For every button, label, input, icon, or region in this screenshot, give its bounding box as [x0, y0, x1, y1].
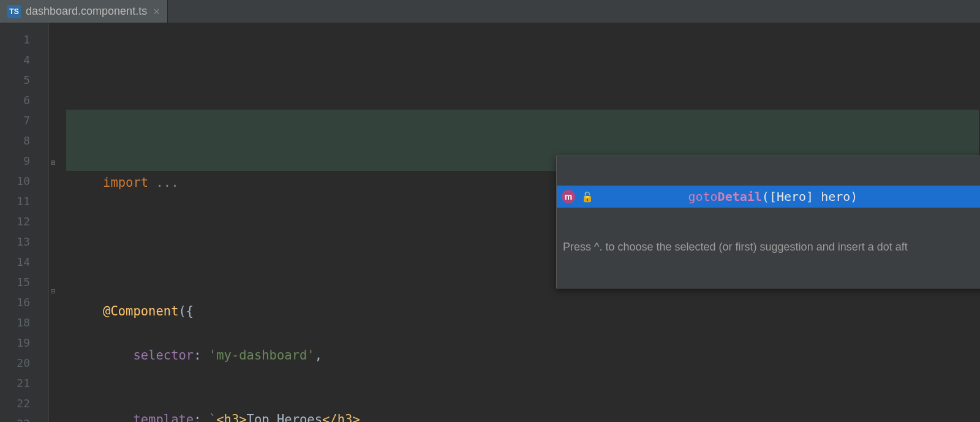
completion-signature: gotoDetail([Hero] hero) — [614, 175, 858, 219]
paren: ({ — [179, 304, 194, 318]
completion-hint: Press ^. to choose the selected (or firs… — [557, 237, 980, 258]
sig-bold: Detail — [718, 189, 762, 204]
html-tag: <h3> — [216, 412, 246, 422]
line-number: 4 — [0, 50, 48, 70]
line-number: 6 — [0, 90, 48, 110]
code-editor[interactable]: 1 4 5 6 7 8 9 10 11 12 13 14 15 16 18 19… — [0, 23, 980, 422]
line-number-gutter: 1 4 5 6 7 8 9 10 11 12 13 14 15 16 18 19… — [0, 23, 49, 422]
code-line[interactable]: template: `<h3>Top Heroes</h3> — [49, 390, 980, 410]
prop-template: template — [133, 412, 194, 422]
fold-icon[interactable]: ⊞ — [49, 153, 58, 173]
html-text: Top Heroes — [247, 412, 322, 422]
line-number: 8 — [0, 130, 48, 151]
decorator-at: @ — [103, 304, 110, 318]
sig-prefix: goto — [688, 189, 717, 204]
editor-tab[interactable]: TS dashboard.component.ts × — [0, 0, 168, 23]
code-line[interactable]: ⊞ import ... — [49, 132, 980, 153]
tab-bar: TS dashboard.component.ts × — [0, 0, 980, 23]
code-line[interactable]: selector: 'my-dashboard', — [49, 325, 980, 345]
prop-selector: selector — [133, 348, 194, 363]
decorator-name: Component — [110, 304, 178, 318]
sig-params: ([Hero] hero) — [762, 189, 858, 204]
line-number: 9 — [0, 151, 48, 171]
line-number: 10 — [0, 171, 48, 191]
comma: , — [315, 348, 322, 363]
tab-filename: dashboard.component.ts — [26, 5, 147, 18]
ts-file-icon: TS — [7, 5, 21, 18]
line-number: 13 — [0, 232, 48, 252]
completion-item[interactable]: m 🔓 gotoDetail([Hero] hero) — [557, 186, 980, 208]
line-number: 7 — [0, 110, 48, 130]
line-number: 11 — [0, 191, 48, 211]
line-number: 20 — [0, 353, 48, 373]
line-number: 5 — [0, 70, 48, 90]
html-tag: </h3> — [322, 412, 360, 422]
unlock-icon: 🔓 — [581, 191, 594, 203]
method-icon: m — [562, 190, 575, 203]
close-icon[interactable]: × — [152, 6, 161, 17]
fold-icon[interactable]: ⊟ — [49, 281, 58, 301]
line-number: 22 — [0, 393, 48, 413]
code-area[interactable]: ⊞ import ... ⊟ @Component({ selector: 'm… — [49, 23, 980, 422]
line-number: 1 — [0, 29, 48, 50]
line-number: 16 — [0, 292, 48, 312]
code-completion-popup[interactable]: m 🔓 gotoDetail([Hero] hero) Press ^. to … — [556, 156, 980, 288]
line-number: 12 — [0, 211, 48, 232]
backtick: ` — [209, 412, 216, 422]
line-number: 23 — [0, 413, 48, 422]
line-number: 14 — [0, 252, 48, 272]
collapsed-text: ... — [156, 175, 178, 190]
string: 'my-dashboard' — [209, 348, 315, 363]
keyword-import: import — [103, 175, 156, 190]
line-number: 21 — [0, 373, 48, 393]
line-number: 19 — [0, 333, 48, 353]
line-number: 18 — [0, 312, 48, 333]
line-number: 15 — [0, 272, 48, 292]
